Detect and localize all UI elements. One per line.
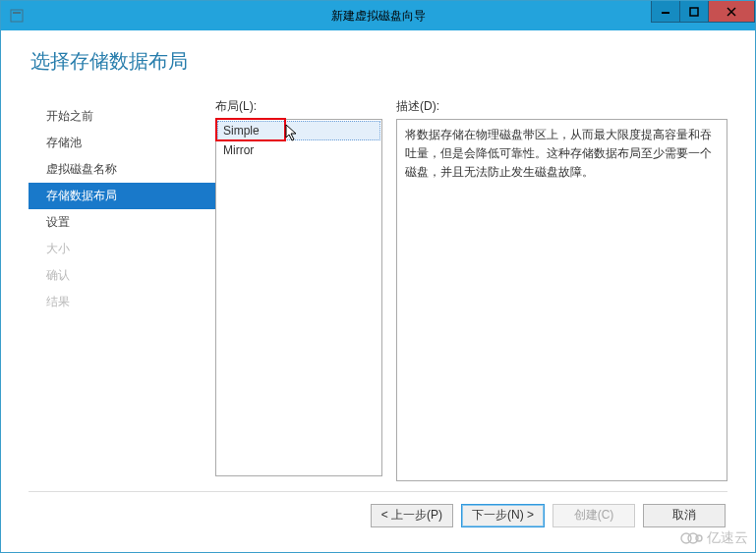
layout-option-mirror[interactable]: Mirror bbox=[217, 140, 380, 160]
svg-rect-2 bbox=[662, 12, 669, 14]
titlebar: 新建虚拟磁盘向导 bbox=[1, 1, 755, 30]
nav-step-1[interactable]: 存储池 bbox=[29, 130, 215, 156]
svg-rect-1 bbox=[13, 12, 21, 14]
selection-highlight bbox=[215, 118, 286, 141]
app-icon bbox=[9, 8, 25, 24]
layout-label: 布局(L): bbox=[215, 98, 382, 115]
nav-step-6: 确认 bbox=[29, 262, 215, 289]
maximize-button[interactable] bbox=[679, 1, 709, 23]
nav-step-2[interactable]: 虚拟磁盘名称 bbox=[29, 156, 215, 183]
minimize-button[interactable] bbox=[651, 1, 680, 23]
window-controls bbox=[652, 1, 755, 23]
main-row: 开始之前存储池虚拟磁盘名称存储数据布局设置大小确认结果 布局(L): Simpl… bbox=[29, 98, 727, 481]
layout-option-simple[interactable]: Simple bbox=[217, 121, 380, 140]
nav-step-0[interactable]: 开始之前 bbox=[29, 103, 215, 130]
step-sidebar: 开始之前存储池虚拟磁盘名称存储数据布局设置大小确认结果 bbox=[29, 98, 215, 481]
create-button: 创建(C) bbox=[552, 504, 635, 527]
svg-rect-3 bbox=[690, 8, 698, 16]
page-heading: 选择存储数据布局 bbox=[29, 48, 727, 75]
nav-step-5: 大小 bbox=[29, 236, 215, 262]
button-row: < 上一步(P) 下一步(N) > 创建(C) 取消 bbox=[29, 491, 727, 538]
description-text: 将数据存储在物理磁盘带区上，从而最大限度提高容量和吞吐量，但是会降低可靠性。这种… bbox=[396, 119, 727, 481]
description-label: 描述(D): bbox=[396, 98, 727, 115]
wizard-window: 新建虚拟磁盘向导 选择存储数据布局 开始之前存储池虚拟磁盘名称存储数据布局设置大… bbox=[0, 0, 756, 553]
window-title: 新建虚拟磁盘向导 bbox=[331, 8, 426, 25]
next-button[interactable]: 下一步(N) > bbox=[461, 504, 545, 527]
svg-rect-0 bbox=[11, 10, 23, 22]
nav-step-4[interactable]: 设置 bbox=[29, 209, 215, 236]
close-button[interactable] bbox=[708, 1, 755, 23]
layout-listbox[interactable]: SimpleMirror bbox=[215, 119, 382, 476]
layout-column: 布局(L): SimpleMirror bbox=[215, 98, 382, 481]
content-area: 选择存储数据布局 开始之前存储池虚拟磁盘名称存储数据布局设置大小确认结果 布局(… bbox=[1, 30, 755, 552]
nav-step-7: 结果 bbox=[29, 289, 215, 315]
main-panels: 布局(L): SimpleMirror 描述(D): 将数据存储在物理磁盘带区上… bbox=[215, 98, 727, 481]
previous-button[interactable]: < 上一步(P) bbox=[371, 504, 453, 527]
description-column: 描述(D): 将数据存储在物理磁盘带区上，从而最大限度提高容量和吞吐量，但是会降… bbox=[396, 98, 727, 481]
cancel-button[interactable]: 取消 bbox=[643, 504, 726, 527]
nav-step-3[interactable]: 存储数据布局 bbox=[29, 183, 215, 209]
cursor-icon bbox=[285, 124, 299, 141]
